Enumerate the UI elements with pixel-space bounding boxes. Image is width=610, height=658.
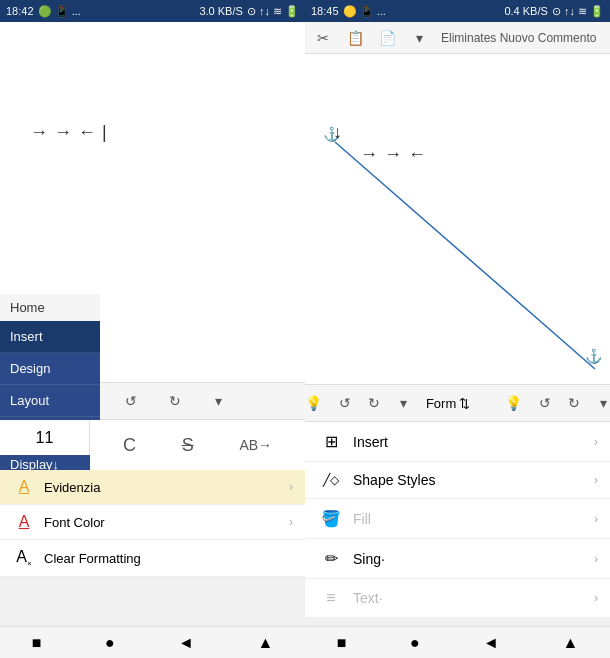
nav-circle-left[interactable]: ● [105,634,115,652]
status-indicators-left: ⊙ ↑↓ ≋ 🔋 [247,5,299,18]
nav-stop-left[interactable]: ■ [32,634,42,652]
data-rate-left: 3.0 KB/S [199,5,242,17]
diagonal-line [305,54,610,384]
clear-formatting-label: Clear Formatting [44,551,293,566]
text-chevron: › [594,591,598,605]
shape-styles-label: Shape Styles [353,472,594,488]
bottom-nav-left: ■ ● ◄ ▲ [0,626,305,658]
menu-item-shape-styles[interactable]: ╱◇ Shape Styles › [305,462,610,499]
left-bottom-panel: A Evidenzia › A Font Color › A× Clear Fo… [0,470,305,577]
time-right: 18:45 [311,5,339,17]
toolbar-right: ✂ 📋 📄 ▾ Eliminates Nuovo Commento [305,22,610,54]
text-label: Text· [353,590,594,606]
menu-item-fill[interactable]: 🪣 Fill › [305,499,610,539]
status-bar-left: 18:42 🟢 📱 ... 3.0 KB/S ⊙ ↑↓ ≋ 🔋 [0,0,305,22]
paste-button[interactable]: 📄 [373,24,401,52]
panel-item-design[interactable]: Design [0,353,100,385]
arrows-left: → → ← | [20,42,107,143]
time-left: 18:42 [6,5,34,17]
copy-button[interactable]: 📋 [341,24,369,52]
menu-item-sing[interactable]: ✏ Sing· › [305,539,610,579]
format-strikethrough-btn[interactable]: S [182,435,194,456]
sing-chevron: › [594,552,598,566]
nav-up-left[interactable]: ▲ [257,634,273,652]
sing-icon: ✏ [317,549,345,568]
insert-icon: ⊞ [317,432,345,451]
font-color-chevron: › [289,515,293,529]
light-icon-right[interactable]: 💡 [305,389,322,417]
cut-button[interactable]: ✂ [309,24,337,52]
font-size-number: 11 [36,429,54,447]
fill-icon: 🪣 [317,509,345,528]
format-ab-btn[interactable]: AB→ [239,437,272,453]
panel-item-layout[interactable]: Layout [0,385,100,417]
text-cursor: | [102,122,107,143]
form-arrow: ⇅ [459,396,470,411]
sing-label: Sing· [353,551,594,567]
more-left[interactable]: ▾ [205,387,233,415]
right-menu: ⊞ Insert › ╱◇ Shape Styles › 🪣 Fill › ✏ … [305,422,610,618]
data-rate-right: 0.4 KB/S [504,5,547,17]
number-display: 11 [0,420,90,455]
status-indicators-right: ⊙ ↑↓ ≋ 🔋 [552,5,604,18]
bottom-toolbar-right: 💡 ↺ ↻ ▾ Form ⇅ 💡 ↺ ↻ ▾ [305,384,610,422]
undo-left[interactable]: ↺ [117,387,145,415]
shape-styles-icon: ╱◇ [317,473,345,487]
redo-left[interactable]: ↻ [161,387,189,415]
bottom-nav-right: ■ ● ◄ ▲ [305,626,610,658]
redo-right-2[interactable]: ↻ [567,389,580,417]
font-color-icon: A [12,513,36,531]
menu-item-text[interactable]: ≡ Text· › [305,579,610,618]
status-icons-left: 🟢 📱 ... [38,5,81,18]
redo-right[interactable]: ↻ [367,389,380,417]
fill-label: Fill [353,511,594,527]
undo-right[interactable]: ↺ [338,389,351,417]
status-bar-right: 18:45 🟡 📱 ... 0.4 KB/S ⊙ ↑↓ ≋ 🔋 [305,0,610,22]
menu-item-insert[interactable]: ⊞ Insert › [305,422,610,462]
undo-right-2[interactable]: ↺ [538,389,551,417]
format-buttons: C S AB→ [90,420,305,470]
font-color-item[interactable]: A Font Color › [0,505,305,540]
more-right-2[interactable]: ▾ [597,389,610,417]
fill-chevron: › [594,512,598,526]
evidenzia-item[interactable]: A Evidenzia › [0,470,305,505]
insert-chevron: › [594,435,598,449]
nav-stop-right[interactable]: ■ [337,634,347,652]
clear-formatting-icon: A× [12,548,36,568]
nav-circle-right[interactable]: ● [410,634,420,652]
toolbar-label: Eliminates Nuovo Commento [441,31,596,45]
form-label: Form [426,396,456,411]
nav-back-right[interactable]: ◄ [483,634,499,652]
format-clear-btn[interactable]: C [123,435,136,456]
status-icons-right: 🟡 📱 ... [343,5,386,18]
text-icon: ≡ [317,589,345,607]
paste-dropdown[interactable]: ▾ [405,24,433,52]
evidenzia-label: Evidenzia [44,480,289,495]
nav-up-right[interactable]: ▲ [562,634,578,652]
light-icon-right-2[interactable]: 💡 [505,389,522,417]
nav-back-left[interactable]: ◄ [178,634,194,652]
panel-item-insert[interactable]: Insert [0,321,100,353]
svg-line-0 [335,142,595,369]
arrow-1: → [30,122,48,143]
shape-styles-chevron: › [594,473,598,487]
canvas-right: ⚓ ↓ → → ← ⚓ [305,54,610,384]
insert-label: Insert [353,434,594,450]
font-color-label: Font Color [44,515,289,530]
evidenzia-chevron: › [289,480,293,494]
clear-formatting-item[interactable]: A× Clear Formatting [0,540,305,577]
panel-home[interactable]: Home [0,294,100,321]
form-select[interactable]: Form ⇅ [426,396,470,411]
arrow-3: ← [78,122,96,143]
more-right[interactable]: ▾ [397,389,410,417]
evidenzia-icon: A [12,478,36,496]
arrow-2: → [54,122,72,143]
